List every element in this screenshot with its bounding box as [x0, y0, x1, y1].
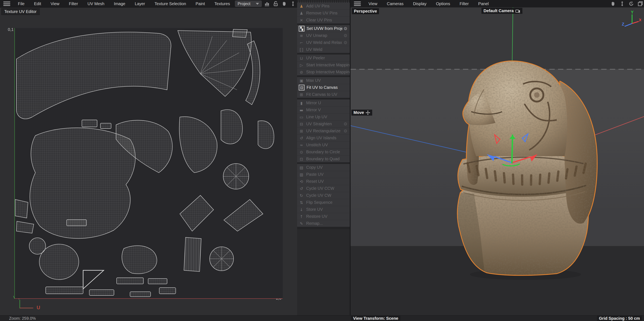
paste-icon: ▥: [299, 172, 304, 177]
settings-gear-icon[interactable]: ⚙: [342, 40, 348, 45]
projection-icon: ▚: [299, 26, 304, 32]
menu-item-uv-mesh[interactable]: UV Mesh: [83, 2, 109, 6]
viewport-menubar: ViewCamerasDisplayOptionsFilterPanel: [350, 0, 644, 8]
menu-item-file[interactable]: File: [13, 2, 29, 6]
panel-group-3: ⊔UV Peeler▷Start Interactive Mapping⊘Sto…: [297, 54, 350, 76]
panel-item-flip-sequence[interactable]: ⇅Flip Sequence: [297, 199, 350, 206]
panel-item-label: Mirror U: [306, 101, 350, 105]
hand-icon[interactable]: [610, 1, 616, 7]
panel-item-mirror-v[interactable]: ▬Mirror V: [297, 106, 350, 113]
settings-gear-icon[interactable]: ⚙: [342, 26, 348, 31]
panel-item-clear-uv-pins[interactable]: ✕Clear UV Pins: [297, 17, 350, 24]
hamburger-menu-icon[interactable]: [3, 2, 10, 6]
panel-item-label: Boundary to Quad: [306, 156, 350, 161]
panel-item-label: UV Straighten: [306, 121, 342, 126]
panel-item-max-uv[interactable]: ▣Max UV: [297, 77, 350, 84]
menu-item-view[interactable]: View: [46, 2, 64, 6]
align-islands-icon: ↺: [299, 135, 304, 141]
menu-item-texture-selection[interactable]: Texture Selection: [150, 2, 191, 6]
canopic-jar-model[interactable]: [454, 59, 602, 279]
panel-item-uv-weld-and-relax[interactable]: ⌐UV Weld and Relax⚙: [297, 39, 350, 46]
cycle-cw-icon: ↻: [299, 193, 304, 198]
settings-gear-icon[interactable]: ⚙: [342, 128, 348, 133]
uv-command-panel-column: ♟Add UV Pins♟Remove UV Pins✕Clear UV Pin…: [297, 0, 350, 315]
dolly-icon[interactable]: [619, 1, 626, 7]
menu-item-paint[interactable]: Paint: [191, 2, 210, 6]
panel-item-start-interactive-mapping[interactable]: ▷Start Interactive Mapping: [297, 62, 350, 69]
panel-item-unstitch-uv[interactable]: ≈Unstitch UV: [297, 141, 350, 148]
panel-item-label: Restore UV: [306, 214, 350, 219]
view-label[interactable]: Perspective: [352, 8, 379, 14]
rotate-icon[interactable]: [628, 1, 634, 7]
menu-item-textures[interactable]: Textures: [210, 2, 235, 6]
panel-group-1: ♟Add UV Pins♟Remove UV Pins✕Clear UV Pin…: [297, 3, 350, 24]
panel-item-uv-weld[interactable]: ⟦⟧UV Weld: [297, 46, 350, 53]
panel-drag-grip[interactable]: [297, 0, 350, 3]
panel-item-add-uv-pins[interactable]: ♟Add UV Pins: [297, 3, 350, 10]
gizmo-x-label: X: [639, 18, 641, 22]
menu-item-edit[interactable]: Edit: [29, 2, 46, 6]
document-tab[interactable]: Texture UV Editor: [1, 8, 40, 15]
panel-item-uv-straighten[interactable]: ⊟UV Straighten⚙: [297, 120, 350, 127]
menu-item-cameras[interactable]: Cameras: [382, 2, 408, 6]
viewport-pane: ViewCamerasDisplayOptionsFilterPanel: [350, 0, 644, 315]
settings-gear-icon[interactable]: ⚙: [342, 33, 348, 38]
panel-item-restore-uv[interactable]: ↑Restore UV: [297, 213, 350, 220]
panel-item-uv-peeler[interactable]: ⊔UV Peeler: [297, 55, 350, 62]
menu-item-filter[interactable]: Filter: [64, 2, 83, 6]
panel-item-copy-uv[interactable]: ▤Copy UV: [297, 164, 350, 171]
panel-item-remove-uv-pins[interactable]: ♟Remove UV Pins: [297, 10, 350, 17]
viewport-toolbar: [610, 0, 644, 8]
gizmo-z-label: Z: [622, 22, 624, 26]
panel-item-remap[interactable]: ✎Remap...: [297, 220, 350, 227]
panel-item-set-uvw-from-projection[interactable]: ▚Set UVW from Projection⚙: [297, 25, 350, 32]
panel-item-fit-canvas-to-uv[interactable]: ⊞Fit Canvas to UV: [297, 91, 350, 98]
menu-item-view[interactable]: View: [364, 2, 382, 6]
move-icon: [366, 110, 370, 115]
menu-item-options[interactable]: Options: [431, 2, 455, 6]
hand-icon[interactable]: [281, 1, 288, 7]
panel-group-2: ▚Set UVW from Projection⚙≋UV Unwrap⚙⌐UV …: [297, 25, 350, 53]
menu-item-filter[interactable]: Filter: [455, 2, 474, 6]
project-dropdown-value: Project: [238, 2, 250, 6]
panel-item-label: Reset UV: [306, 179, 350, 184]
panel-item-align-uv-islands[interactable]: ↺Align UV Islands: [297, 134, 350, 141]
histogram-icon[interactable]: [264, 1, 270, 7]
camera-label[interactable]: Default Camera: [482, 8, 522, 14]
menu-item-panel[interactable]: Panel: [474, 2, 494, 6]
menu-item-layer[interactable]: Layer: [130, 2, 150, 6]
panel-item-store-uv[interactable]: ↓Store UV: [297, 206, 350, 213]
panel-item-uv-unwrap[interactable]: ≋UV Unwrap⚙: [297, 32, 350, 39]
uv-command-panel: ♟Add UV Pins♟Remove UV Pins✕Clear UV Pin…: [297, 0, 350, 229]
hamburger-menu-icon[interactable]: [354, 2, 361, 6]
uv-label-0-1: 0,1: [8, 27, 14, 32]
panel-item-label: Paste UV: [306, 172, 350, 177]
panel-item-boundary-to-quad[interactable]: ⊡Boundary to Quad: [297, 155, 350, 162]
panel-item-paste-uv[interactable]: ▥Paste UV: [297, 171, 350, 178]
panel-item-line-up-uv[interactable]: ▭Line Up UV: [297, 113, 350, 120]
max-uv-icon: ▣: [299, 78, 304, 83]
panel-item-cycle-uv-cw[interactable]: ↻Cycle UV CW: [297, 192, 350, 199]
panel-item-label: Fit UV to Canvas: [306, 85, 350, 90]
project-dropdown[interactable]: Project: [235, 1, 262, 7]
dolly-icon[interactable]: [290, 1, 296, 7]
perspective-viewport[interactable]: Perspective Default Camera Move Y Z X: [350, 8, 644, 315]
panel-item-mirror-u[interactable]: ▮Mirror U: [297, 99, 350, 106]
uv-mesh-islands: [15, 28, 283, 298]
menu-item-image[interactable]: Image: [109, 2, 130, 6]
panel-item-boundary-to-circle[interactable]: ⊙Boundary to Circle: [297, 148, 350, 155]
store-icon: ↓: [299, 207, 304, 212]
menu-item-display[interactable]: Display: [408, 2, 431, 6]
flip-icon: ⇅: [299, 200, 304, 205]
uv-canvas[interactable]: [14, 28, 283, 299]
axis-orientation-gizmo[interactable]: Y Z X: [621, 11, 641, 31]
maximize-icon[interactable]: [637, 1, 644, 7]
unlock-icon[interactable]: [272, 1, 279, 7]
settings-gear-icon[interactable]: ⚙: [342, 121, 348, 126]
unstitch-icon: ≈: [299, 142, 304, 148]
panel-item-cycle-uv-ccw[interactable]: ↺Cycle UV CCW: [297, 185, 350, 192]
panel-item-uv-rectangularize[interactable]: ⊞UV Rectangularize⚙: [297, 127, 350, 134]
panel-item-fit-uv-to-canvas[interactable]: ⊡Fit UV to Canvas: [297, 84, 350, 91]
panel-item-stop-interactive-mapping[interactable]: ⊘Stop Interactive Mapping: [297, 69, 350, 75]
panel-item-reset-uv[interactable]: ⟲Reset UV: [297, 178, 350, 185]
